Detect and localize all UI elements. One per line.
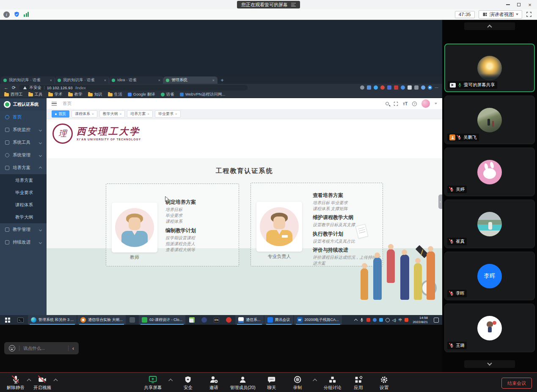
sidebar-item-home[interactable]: 首页 bbox=[0, 111, 47, 123]
start-button[interactable] bbox=[5, 318, 7, 320]
sidebar-item-teaching[interactable]: 教学管理 bbox=[0, 223, 47, 236]
help-icon[interactable]: ? bbox=[412, 101, 417, 106]
tray-mic-icon[interactable] bbox=[360, 318, 364, 322]
participant-tile[interactable]: 吴婷 bbox=[444, 148, 535, 196]
chevron-down-icon[interactable] bbox=[435, 103, 437, 104]
browser-tab-active[interactable]: 管理系统 × bbox=[163, 77, 218, 84]
sidebar-item-admin[interactable]: 系统管理 bbox=[0, 149, 47, 162]
tab-close-icon[interactable]: × bbox=[50, 78, 52, 82]
user-avatar[interactable] bbox=[421, 99, 430, 108]
tag-syllabus[interactable]: 教学大纲× bbox=[99, 110, 125, 118]
more-menu-icon[interactable]: ⋯ bbox=[435, 86, 438, 90]
maximize-button[interactable] bbox=[513, 0, 524, 9]
taskbar-lang-indicator[interactable]: EN bbox=[211, 315, 222, 325]
url-box[interactable]: 不安全 10.102.126.93/index bbox=[19, 85, 248, 90]
close-button[interactable]: × bbox=[524, 0, 535, 9]
tray-icon[interactable] bbox=[373, 318, 377, 322]
meeting-security-button[interactable] bbox=[14, 11, 20, 18]
tab-close-icon[interactable]: × bbox=[158, 78, 160, 82]
fullscreen-icon[interactable] bbox=[394, 101, 398, 106]
sidebar-item-monitor[interactable]: 系统监控 bbox=[0, 123, 47, 136]
taskbar-app-red[interactable] bbox=[223, 315, 234, 325]
bookmark-folder[interactable]: 教学 bbox=[68, 92, 83, 97]
taskbar-app-calculator[interactable] bbox=[127, 315, 138, 325]
breakout-rooms-button[interactable]: 分组讨论 bbox=[323, 375, 342, 391]
bookmark-folder[interactable]: 学术 bbox=[48, 92, 63, 97]
sidebar-subitem-requirements[interactable]: 毕业要求 bbox=[0, 186, 47, 199]
unmute-button[interactable]: 解除静音 bbox=[6, 375, 25, 391]
share-options-caret[interactable] bbox=[168, 379, 173, 383]
download-icon[interactable] bbox=[414, 85, 419, 90]
tag-home[interactable]: 首页 bbox=[52, 110, 69, 118]
record-options-caret[interactable] bbox=[313, 379, 317, 383]
bookmark-item[interactable]: 语雀 bbox=[161, 92, 174, 97]
mic-options-caret[interactable] bbox=[27, 379, 31, 383]
taskbar-app-contacts[interactable]: 通信系... bbox=[235, 315, 264, 325]
panel-collapse-handle[interactable]: › bbox=[438, 195, 442, 209]
tray-icon[interactable] bbox=[366, 318, 370, 322]
extension-icon[interactable] bbox=[401, 85, 405, 90]
docs-extension-icon[interactable] bbox=[408, 85, 412, 90]
close-icon[interactable]: × bbox=[147, 112, 149, 116]
close-icon[interactable]: × bbox=[92, 112, 94, 116]
taskbar-app-meeting[interactable]: 腾讯会议 bbox=[264, 315, 293, 325]
bookmark-folder[interactable]: 西理工 bbox=[4, 92, 23, 97]
bookmark-item[interactable]: Google 翻译 bbox=[128, 92, 155, 97]
extension-icon[interactable] bbox=[374, 85, 378, 90]
bookmark-folder[interactable]: 生活 bbox=[108, 92, 122, 97]
sidebar-item-improve[interactable]: 持续改进 bbox=[0, 236, 47, 249]
extension-icon[interactable] bbox=[394, 85, 398, 90]
tray-icon[interactable] bbox=[379, 318, 383, 322]
bookmark-item[interactable]: WebVPN远程访问网... bbox=[180, 92, 225, 97]
font-size-icon[interactable]: тT bbox=[403, 101, 408, 106]
taskbar-app-edge[interactable]: 管理系统 和另外 3 ... bbox=[28, 315, 77, 325]
fullscreen-button[interactable] bbox=[526, 11, 532, 17]
record-button[interactable]: 录制 bbox=[288, 375, 307, 391]
collapse-chat-icon[interactable]: ‹ bbox=[72, 346, 74, 351]
manage-members-button[interactable]: 管理成员(20) bbox=[230, 375, 256, 391]
emoji-icon[interactable] bbox=[9, 345, 15, 351]
ime-indicator[interactable]: 中 bbox=[399, 318, 402, 323]
scroll-down-button[interactable] bbox=[464, 360, 515, 368]
sidebar-item-program[interactable]: 培养方案 bbox=[0, 162, 47, 174]
sidebar-subitem-program[interactable]: 培养方案 bbox=[0, 174, 47, 186]
watching-banner[interactable]: 您正在观看萤可的屏幕 bbox=[237, 1, 300, 8]
hamburger-icon[interactable] bbox=[52, 102, 57, 106]
new-tab-button[interactable]: + bbox=[218, 77, 227, 84]
close-icon[interactable]: × bbox=[120, 112, 122, 116]
sidebar-item-tools[interactable]: 系统工具 bbox=[0, 136, 47, 149]
video-options-caret[interactable] bbox=[54, 379, 58, 383]
participant-tile[interactable]: 王璐 bbox=[444, 304, 535, 352]
tray-expand-icon[interactable] bbox=[354, 319, 357, 322]
extension-icon[interactable] bbox=[380, 85, 385, 90]
extension-icon[interactable] bbox=[387, 85, 391, 90]
close-icon[interactable]: × bbox=[175, 112, 177, 116]
taskbar-app-image[interactable] bbox=[186, 315, 198, 325]
quick-chat-bar[interactable]: 说点什么... ‹ bbox=[4, 342, 79, 354]
search-icon[interactable] bbox=[386, 102, 389, 105]
participant-tile[interactable]: 崔真 bbox=[444, 200, 535, 248]
settings-button[interactable]: 设置 bbox=[375, 375, 394, 391]
tag-program[interactable]: 培养方案× bbox=[127, 110, 153, 118]
volume-icon[interactable]: ◁) bbox=[392, 318, 396, 322]
participant-tile[interactable]: 李晖 李晖 bbox=[444, 252, 535, 300]
bookmark-folder[interactable]: 工具 bbox=[28, 92, 43, 97]
tag-requirements[interactable]: 毕业要求× bbox=[155, 110, 181, 118]
view-mode-button[interactable]: 演讲者视图 bbox=[479, 10, 523, 19]
end-meeting-button[interactable]: 结束会议 bbox=[501, 378, 532, 389]
banner-menu-icon[interactable] bbox=[291, 3, 296, 6]
extension-icon[interactable] bbox=[367, 85, 371, 90]
meeting-info-button[interactable]: i bbox=[3, 11, 10, 18]
role-card-teacher[interactable]: 教师 制定培养方案 培养目标 毕业要求 课程体系 编制教学计划 按学期设置课程 … bbox=[106, 184, 239, 266]
search-extension-icon[interactable] bbox=[360, 85, 364, 90]
share-screen-button[interactable]: 共享屏幕 bbox=[143, 375, 162, 391]
scroll-up-button[interactable] bbox=[464, 22, 515, 30]
participant-tile-sharer[interactable]: 萤可的屏幕共享 bbox=[444, 44, 535, 92]
network-signal-icon[interactable] bbox=[24, 12, 30, 17]
start-video-button[interactable]: 开启视频 bbox=[33, 375, 52, 391]
apps-button[interactable]: 应用 bbox=[349, 375, 368, 391]
minimize-button[interactable] bbox=[502, 0, 513, 9]
browser-tab[interactable]: Idea · 语雀 × bbox=[109, 77, 163, 84]
tab-close-icon[interactable]: × bbox=[104, 78, 106, 82]
invite-button[interactable]: 邀请 bbox=[204, 375, 223, 391]
